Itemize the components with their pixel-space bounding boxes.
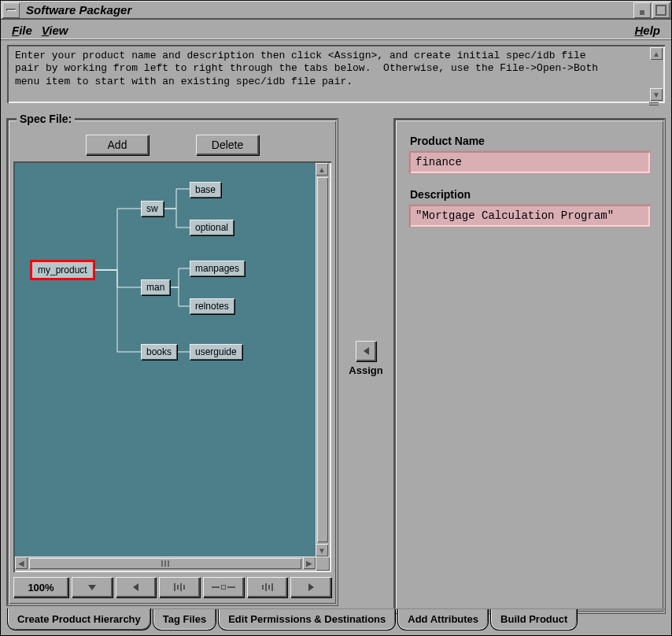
tab-tag-files[interactable]: Tag Files (153, 609, 216, 630)
tree-node-man[interactable]: man (141, 279, 170, 295)
instructions-panel: Enter your product name and description … (7, 45, 665, 103)
tree-node-optional[interactable]: optional (190, 220, 234, 235)
tree-hscrollbar[interactable]: ◀ ▶ (15, 556, 316, 571)
tree-node-base[interactable]: base (190, 182, 221, 198)
nav-next[interactable] (290, 577, 331, 597)
tree-vscrollbar[interactable]: ▲ ▼ (316, 163, 330, 556)
spec-file-group: Spec File: Add Delete (7, 119, 338, 605)
resize-handle-icon[interactable] (649, 100, 659, 108)
caret-left-icon (133, 583, 138, 591)
tree-node-sw[interactable]: sw (141, 201, 164, 216)
tab-build-product[interactable]: Build Product (490, 609, 578, 630)
layout-horizontal-icon (174, 583, 185, 591)
chevron-down-icon (88, 585, 96, 590)
add-button[interactable]: Add (86, 135, 149, 155)
menubar: File View Help (1, 20, 671, 40)
product-details-group: Product Name finance Description "Mortga… (394, 119, 665, 613)
system-menu-button[interactable] (2, 2, 20, 18)
tree-scroll-up-icon[interactable]: ▲ (316, 163, 328, 176)
zoom-dropdown[interactable] (72, 577, 113, 597)
maximize-button[interactable] (652, 2, 670, 18)
spec-file-label: Spec File: (17, 113, 75, 125)
window-title: Software Packager (21, 3, 633, 17)
delete-button[interactable]: Delete (196, 135, 259, 155)
layout-center-icon (212, 585, 235, 590)
tree-viewer: my_product sw base optional man manpages… (13, 161, 331, 572)
tree-node-relnotes[interactable]: relnotes (190, 298, 234, 314)
scroll-up-icon[interactable]: ▲ (650, 47, 663, 60)
description-label: Description (410, 188, 649, 201)
assign-label: Assign (349, 364, 382, 376)
tree-canvas[interactable]: my_product sw base optional man manpages… (15, 163, 316, 556)
tree-node-manpages[interactable]: manpages (190, 261, 245, 276)
layout-horizontal[interactable] (159, 577, 200, 597)
description-input[interactable]: "Mortgage Calculation Program" (408, 204, 651, 227)
tab-add-attributes[interactable]: Add Attributes (397, 609, 489, 630)
tree-scroll-down-icon[interactable]: ▼ (316, 544, 328, 556)
assign-arrow-icon (364, 347, 369, 355)
zoom-level[interactable]: 100% (13, 577, 68, 597)
tree-node-books[interactable]: books (141, 344, 177, 360)
minimize-button[interactable] (633, 2, 651, 18)
assign-button[interactable] (356, 341, 376, 361)
instructions-text: Enter your product name and description … (7, 45, 665, 103)
scroll-corner (316, 556, 330, 571)
app-window: Software Packager File View Help Enter y… (0, 0, 672, 636)
tree-hscroll-thumb[interactable] (29, 558, 301, 569)
tree-scroll-right-icon[interactable]: ▶ (303, 556, 316, 569)
tree-connectors (15, 163, 316, 556)
tree-vscroll-thumb[interactable] (317, 177, 328, 542)
instructions-scrollbar[interactable]: ▲ ▼ (650, 47, 663, 101)
product-name-input[interactable]: finance (408, 150, 651, 174)
caret-right-icon (308, 583, 314, 591)
tab-edit-permissions[interactable]: Edit Permissions & Destinations (218, 609, 396, 630)
scroll-down-icon[interactable]: ▼ (650, 88, 663, 101)
tree-scroll-left-icon[interactable]: ◀ (15, 556, 28, 569)
layout-vertical-icon (262, 583, 273, 591)
tab-create-product-hierarchy[interactable]: Create Product Hierarchy (7, 608, 151, 630)
product-name-label: Product Name (410, 135, 649, 147)
nav-prev[interactable] (116, 577, 157, 597)
tree-node-userguide[interactable]: userguide (190, 344, 242, 360)
menu-view[interactable]: View (37, 22, 73, 39)
menu-file[interactable]: File (7, 22, 37, 39)
tab-strip: Create Product Hierarchy Tag Files Edit … (7, 608, 665, 630)
menu-help[interactable]: Help (630, 22, 665, 39)
tree-node-root[interactable]: my_product (32, 262, 93, 278)
layout-center[interactable] (203, 577, 244, 597)
titlebar: Software Packager (1, 1, 671, 20)
layout-vertical[interactable] (247, 577, 288, 597)
